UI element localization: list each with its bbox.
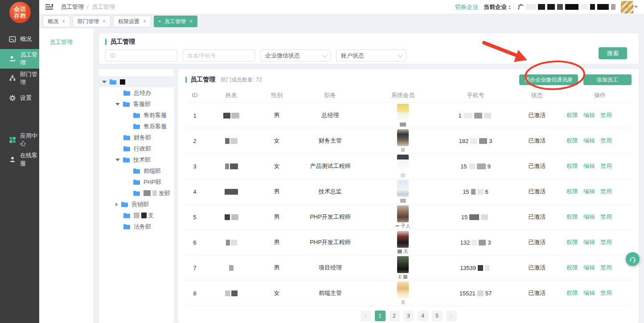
tree-item-root[interactable] [99,76,174,87]
account-status-select[interactable]: 账户状态 [336,49,406,61]
edit-link[interactable]: 编辑 [583,289,595,297]
sidebar-item-settings[interactable]: 设置 [0,88,39,108]
close-icon[interactable]: × [103,18,106,25]
prev-page-button[interactable]: ‹ [361,311,371,321]
panel-title-text: 员工管理 [110,38,135,46]
sidebar-item-employees[interactable]: 员工管理 [0,49,39,69]
tab-permissions[interactable]: 权限设置 × [113,16,151,27]
close-icon[interactable]: × [62,18,65,25]
tree-label: 售前客服 [144,111,167,119]
edit-link[interactable]: 编辑 [583,213,595,221]
headset-icon [629,256,636,263]
disable-link[interactable]: 禁用 [600,264,612,272]
perm-link[interactable]: 权限 [566,289,578,297]
tree-item-rd-redacted[interactable]: 发部 [99,188,174,199]
perm-link[interactable]: 权限 [566,111,578,119]
sync-wecom-contacts-button[interactable]: 同步企业微信通讯录 [519,74,578,85]
disable-link[interactable]: 禁用 [600,137,612,145]
caret-down-icon[interactable] [102,81,107,83]
page-button-4[interactable]: 4 [418,311,428,321]
caret-down-icon[interactable] [115,159,120,161]
tree-item-frontend[interactable]: 前端部 [99,165,174,176]
edit-link[interactable]: 编辑 [583,264,595,272]
edit-link[interactable]: 编辑 [583,162,595,170]
redacted-name [204,189,258,195]
logo-line2: 存档 [14,12,26,19]
perm-link[interactable]: 权限 [566,264,578,272]
member-avatar-cell: E [365,256,440,280]
phone-cell: 13539 [440,265,511,271]
tab-employees-active[interactable]: ● 员工管理 × [154,16,197,27]
sidebar-item-departments[interactable]: 部门管理 [0,69,39,88]
sidebar-item-online-service[interactable]: 在线客服 [0,150,39,169]
disable-link[interactable]: 禁用 [600,238,612,246]
disable-link[interactable]: 禁用 [600,162,612,170]
close-icon[interactable]: × [143,18,146,25]
page-button-1[interactable]: 1 [375,311,386,321]
tree-item-legal[interactable]: 法务部 [99,221,174,232]
page-button-5[interactable]: 5 [432,311,443,321]
perm-link[interactable]: 权限 [566,238,578,246]
folder-icon [133,123,140,130]
tree-item-aftersale-service[interactable]: 售后客服 [99,121,174,132]
tree-item-presale-service[interactable]: 售前客服 [99,110,174,121]
avatar [621,1,633,13]
floating-service-button[interactable] [626,252,640,266]
page-button-3[interactable]: 3 [403,311,414,321]
perm-link[interactable]: 权限 [566,213,578,221]
tree-item-admin[interactable]: 行政部 [99,143,174,154]
sidebar-item-app-center[interactable]: 应用中心 [0,130,39,150]
chart-window-icon [9,36,16,43]
logo-line1: 会话 [14,6,26,12]
switch-company-link[interactable]: 切换企业 [455,3,478,11]
tree-item-finance[interactable]: 财务部 [99,132,174,143]
tree-item-general-office[interactable]: 总经办 [99,87,174,98]
keyword-input[interactable] [183,49,255,61]
page-button-2[interactable]: 2 [389,311,400,321]
member-avatar [397,180,409,197]
folder-icon [123,146,131,152]
disable-link[interactable]: 禁用 [600,213,612,221]
add-employee-button[interactable]: 添加员工 [583,74,632,85]
user-avatar-menu[interactable] [621,1,638,13]
table-row: 8 女 前端主管 1552157 已激活 权限编辑禁用 [185,281,632,306]
caret-right-icon[interactable] [115,202,118,207]
close-icon[interactable]: × [189,18,193,25]
redacted-name [204,164,258,169]
tree-item-tech[interactable]: 技术部 [99,154,174,165]
edit-link[interactable]: 编辑 [583,111,595,119]
secondary-menu-employees[interactable]: 员工管理 [39,29,94,46]
perm-link[interactable]: 权限 [566,162,578,170]
search-button[interactable]: 搜索 [599,47,627,59]
caret-down-icon[interactable] [115,103,120,106]
edit-link[interactable]: 编辑 [583,188,595,196]
edit-link[interactable]: 编辑 [583,238,595,246]
tree-item-customer-service[interactable]: 客服部 [99,98,174,110]
edit-link[interactable]: 编辑 [583,137,595,145]
tab-label: 员工管理 [164,18,186,25]
id-input[interactable] [105,49,177,61]
perm-link[interactable]: 权限 [566,188,578,196]
disable-link[interactable]: 禁用 [600,111,612,119]
phone-cell: 1552157 [440,290,511,297]
col-gender: 性别 [258,91,295,99]
sidebar-item-overview[interactable]: 概况 [0,29,39,49]
menu-fold-icon[interactable] [45,4,53,10]
wecom-status-select[interactable]: 企业微信状态 [260,49,331,61]
status-text: 已激活 [511,188,563,196]
tree-item-php[interactable]: PHP部 [99,176,174,188]
tab-departments[interactable]: 部门管理 × [73,16,111,27]
company-name-visible-char: 广 [518,3,524,11]
tree-label: 前端部 [144,167,161,175]
member-avatar-cell: 子人 [365,205,440,229]
tree-item-redacted-branch[interactable]: 支 [99,210,174,221]
tab-overview[interactable]: 概况 × [43,16,70,27]
disable-link[interactable]: 禁用 [600,188,612,196]
folder-icon [133,190,140,196]
next-page-button[interactable]: › [446,311,457,321]
select-value: 企业微信状态 [265,52,300,60]
tree-item-marketing[interactable]: 营销部 [99,199,174,210]
disable-link[interactable]: 禁用 [600,289,612,297]
member-avatar [397,104,409,121]
perm-link[interactable]: 权限 [566,137,578,145]
